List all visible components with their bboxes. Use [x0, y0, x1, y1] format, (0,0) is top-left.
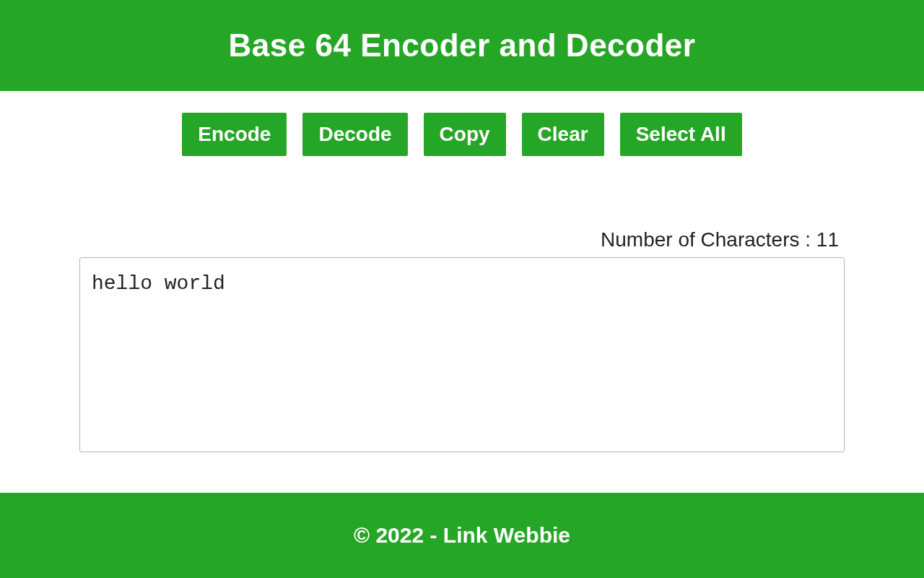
toolbar: Encode Decode Copy Clear Select All — [182, 113, 741, 156]
char-count-value: 11 — [816, 228, 839, 251]
main-content: Encode Decode Copy Clear Select All Numb… — [0, 91, 924, 493]
decode-button[interactable]: Decode — [302, 113, 407, 156]
content-area: Number of Characters : 11 hello world — [79, 228, 845, 455]
app-footer: © 2022 - Link Webbie — [0, 493, 924, 578]
char-count-row: Number of Characters : 11 — [79, 228, 845, 251]
footer-copyright: © 2022 - Link Webbie — [0, 523, 924, 548]
select-all-button[interactable]: Select All — [620, 113, 742, 156]
textarea-wrapper: hello world — [79, 257, 845, 455]
encode-button[interactable]: Encode — [182, 113, 287, 156]
clear-button[interactable]: Clear — [522, 113, 604, 156]
char-count-label: Number of Characters : — [601, 228, 816, 251]
text-input[interactable]: hello world — [79, 257, 845, 452]
app-header: Base 64 Encoder and Decoder — [0, 0, 924, 91]
page-title: Base 64 Encoder and Decoder — [0, 27, 924, 64]
copy-button[interactable]: Copy — [424, 113, 506, 156]
